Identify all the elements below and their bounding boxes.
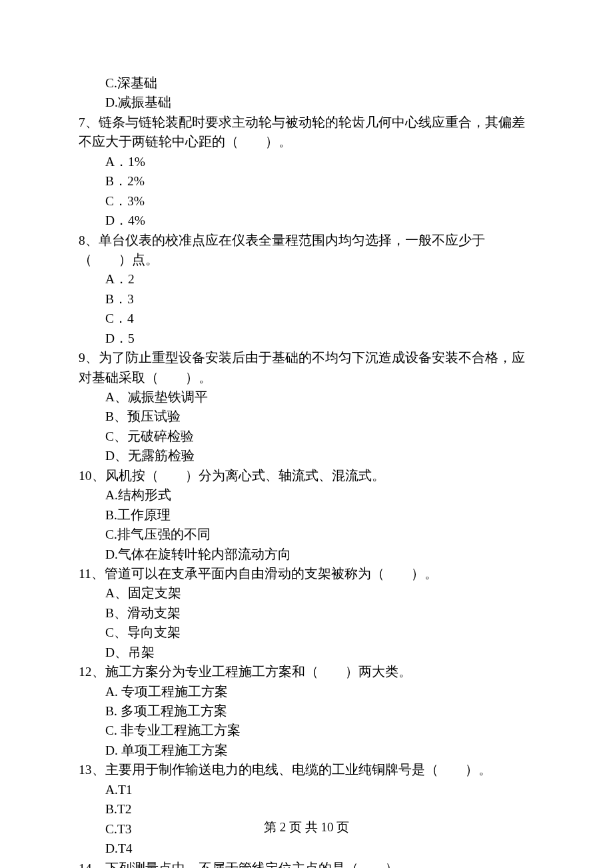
q13-option-b: B.T2 (79, 799, 534, 819)
q8-option-d: D．5 (79, 329, 534, 348)
q10-option-b: B.工作原理 (79, 505, 534, 525)
q8-stem: 8、单台仪表的校准点应在仪表全量程范围内均匀选择，一般不应少于（ ）点。 (79, 231, 534, 270)
q11-stem: 11、管道可以在支承平面内自由滑动的支架被称为（ ）。 (79, 564, 534, 583)
q8-option-c: C．4 (79, 309, 534, 328)
q7-option-d: D．4% (79, 211, 534, 230)
q13-stem: 13、主要用于制作输送电力的电线、电缆的工业纯铜牌号是（ ）。 (79, 760, 534, 779)
q10-option-c: C.排气压强的不同 (79, 525, 534, 544)
q13-option-d: D.T4 (79, 839, 534, 858)
q8-option-a: A．2 (79, 269, 534, 289)
q7-stem: 7、链条与链轮装配时要求主动轮与被动轮的轮齿几何中心线应重合，其偏差不应大于两链… (79, 113, 534, 152)
q11-option-d: D、吊架 (79, 643, 534, 662)
q12-option-d: D. 单项工程施工方案 (79, 741, 534, 760)
q10-option-d: D.气体在旋转叶轮内部流动方向 (79, 545, 534, 564)
q12-option-b: B. 多项工程施工方案 (79, 701, 534, 721)
q7-option-a: A．1% (79, 152, 534, 171)
q9-option-c: C、元破碎检验 (79, 427, 534, 446)
q11-option-c: C、导向支架 (79, 623, 534, 642)
q9-option-a: A、减振垫铁调平 (79, 387, 534, 407)
q10-stem: 10、风机按（ ）分为离心式、轴流式、混流式。 (79, 466, 534, 485)
q13-option-a: A.T1 (79, 780, 534, 799)
page-body: C.深基础 D.减振基础 7、链条与链轮装配时要求主动轮与被动轮的轮齿几何中心线… (0, 0, 613, 868)
q12-stem: 12、施工方案分为专业工程施工方案和（ ）两大类。 (79, 662, 534, 681)
q12-option-a: A. 专项工程施工方案 (79, 682, 534, 701)
q6-option-d: D.减振基础 (79, 93, 534, 112)
q9-option-b: B、预压试验 (79, 407, 534, 426)
q12-option-c: C. 非专业工程施工方案 (79, 721, 534, 740)
q9-option-d: D、无露筋检验 (79, 446, 534, 465)
page-footer: 第 2 页 共 10 页 (0, 818, 613, 837)
q7-option-c: C．3% (79, 191, 534, 211)
q10-option-a: A.结构形式 (79, 485, 534, 505)
q14-stem: 14、下列测量点中，不属于管线定位主点的是（ ）。 (79, 859, 534, 869)
q7-option-b: B．2% (79, 171, 534, 191)
q11-option-b: B、滑动支架 (79, 603, 534, 623)
q11-option-a: A、固定支架 (79, 583, 534, 603)
q6-option-c: C.深基础 (79, 73, 534, 93)
q9-stem: 9、为了防止重型设备安装后由于基础的不均匀下沉造成设备安装不合格，应对基础采取（… (79, 348, 534, 387)
q8-option-b: B．3 (79, 289, 534, 309)
